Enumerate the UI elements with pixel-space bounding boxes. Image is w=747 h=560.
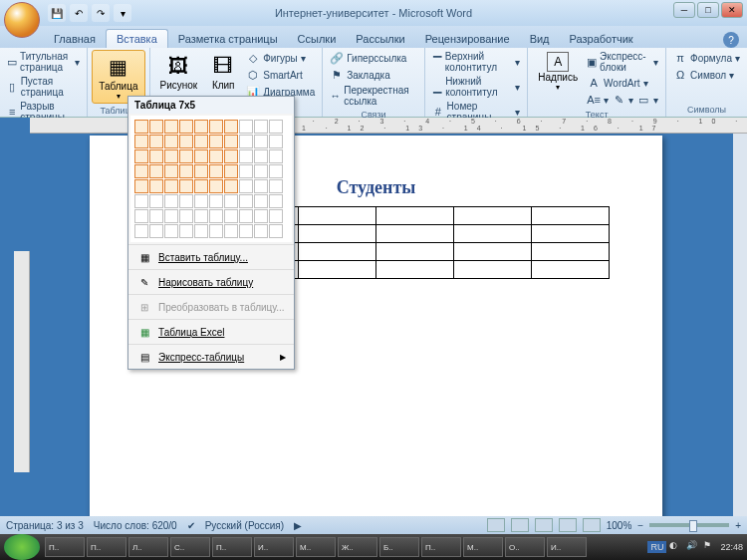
grid-cell[interactable] — [164, 135, 178, 148]
grid-cell[interactable] — [254, 164, 268, 178]
taskbar-item[interactable]: М.. — [463, 537, 503, 557]
grid-cell[interactable] — [209, 120, 223, 134]
zoom-in-button[interactable]: + — [735, 520, 741, 531]
vertical-ruler[interactable] — [14, 251, 30, 472]
grid-cell[interactable] — [224, 135, 238, 148]
grid-cell[interactable] — [164, 120, 178, 134]
grid-cell[interactable] — [179, 164, 193, 178]
quickparts-button[interactable]: ▣Экспресс-блоки▾ — [584, 50, 661, 74]
tray-icon[interactable]: ⚑ — [703, 540, 717, 554]
grid-cell[interactable] — [224, 179, 238, 193]
minimize-button[interactable]: ─ — [673, 2, 695, 18]
grid-cell[interactable] — [149, 164, 163, 178]
taskbar-item[interactable]: П.. — [87, 537, 126, 557]
grid-cell[interactable] — [224, 120, 238, 134]
grid-cell[interactable] — [179, 194, 193, 208]
grid-cell[interactable] — [269, 194, 283, 208]
grid-cell[interactable] — [149, 179, 163, 193]
grid-cell[interactable] — [209, 164, 223, 178]
grid-cell[interactable] — [269, 164, 283, 178]
grid-cell[interactable] — [164, 224, 178, 238]
grid-cell[interactable] — [194, 224, 208, 238]
bookmark-button[interactable]: ⚑Закладка — [327, 67, 420, 83]
status-page[interactable]: Страница: 3 из 3 — [6, 520, 84, 531]
grid-cell[interactable] — [164, 164, 178, 178]
grid-cell[interactable] — [224, 209, 238, 223]
maximize-button[interactable]: □ — [697, 2, 719, 18]
grid-cell[interactable] — [149, 194, 163, 208]
grid-cell[interactable] — [239, 120, 253, 134]
view-draft[interactable] — [583, 518, 601, 532]
grid-cell[interactable] — [134, 194, 148, 208]
grid-cell[interactable] — [179, 149, 193, 163]
grid-cell[interactable] — [224, 164, 238, 178]
equation-button[interactable]: πФормула▾ — [670, 50, 743, 66]
grid-cell[interactable] — [179, 120, 193, 134]
grid-cell[interactable] — [269, 179, 283, 193]
blank-page-button[interactable]: ▯Пустая страница — [4, 75, 83, 99]
tab-home[interactable]: Главная — [44, 30, 106, 48]
tab-view[interactable]: Вид — [520, 30, 560, 48]
grid-cell[interactable] — [254, 135, 268, 148]
grid-cell[interactable] — [194, 179, 208, 193]
symbol-button[interactable]: ΩСимвол▾ — [670, 67, 743, 83]
hyperlink-button[interactable]: 🔗Гиперссылка — [327, 50, 420, 66]
view-full-screen[interactable] — [511, 518, 529, 532]
title-page-button[interactable]: ▭Титульная страница▾ — [4, 50, 83, 74]
tray-icon[interactable]: ◐ — [669, 540, 683, 554]
help-icon[interactable]: ? — [723, 32, 739, 48]
grid-cell[interactable] — [254, 120, 268, 134]
grid-cell[interactable] — [269, 209, 283, 223]
taskbar-item[interactable]: П.. — [45, 537, 85, 557]
zoom-slider[interactable] — [649, 523, 729, 527]
grid-cell[interactable] — [209, 179, 223, 193]
grid-cell[interactable] — [194, 194, 208, 208]
table-size-grid[interactable] — [130, 116, 292, 242]
taskbar-item[interactable]: С.. — [170, 537, 210, 557]
start-button[interactable] — [4, 534, 40, 560]
proofing-icon[interactable]: ✔ — [187, 520, 195, 531]
view-web[interactable] — [535, 518, 553, 532]
grid-cell[interactable] — [194, 135, 208, 148]
smartart-button[interactable]: ⬡SmartArt — [243, 67, 318, 83]
grid-cell[interactable] — [239, 164, 253, 178]
grid-cell[interactable] — [239, 149, 253, 163]
taskbar-item[interactable]: П.. — [421, 537, 461, 557]
picture-button[interactable]: 🖼Рисунок — [154, 50, 204, 100]
grid-cell[interactable] — [179, 135, 193, 148]
grid-cell[interactable] — [194, 209, 208, 223]
tab-references[interactable]: Ссылки — [288, 30, 347, 48]
grid-cell[interactable] — [269, 149, 283, 163]
grid-cell[interactable] — [134, 120, 148, 134]
grid-cell[interactable] — [269, 135, 283, 148]
zoom-out-button[interactable]: − — [637, 520, 643, 531]
tab-page-layout[interactable]: Разметка страницы — [168, 30, 288, 48]
grid-cell[interactable] — [179, 209, 193, 223]
grid-cell[interactable] — [164, 179, 178, 193]
grid-cell[interactable] — [194, 164, 208, 178]
quick-tables-item[interactable]: ▤Экспресс-таблицы▶ — [128, 344, 294, 369]
grid-cell[interactable] — [164, 194, 178, 208]
grid-cell[interactable] — [149, 209, 163, 223]
grid-cell[interactable] — [134, 209, 148, 223]
status-language[interactable]: Русский (Россия) — [205, 520, 284, 531]
grid-cell[interactable] — [224, 224, 238, 238]
grid-cell[interactable] — [254, 209, 268, 223]
taskbar-item[interactable]: Л.. — [128, 537, 168, 557]
grid-cell[interactable] — [209, 209, 223, 223]
grid-cell[interactable] — [134, 135, 148, 148]
view-print-layout[interactable] — [487, 518, 505, 532]
lang-indicator[interactable]: RU — [647, 541, 666, 553]
wordart-button[interactable]: AWordArt▾ — [584, 75, 661, 91]
office-button[interactable] — [4, 2, 40, 38]
grid-cell[interactable] — [239, 224, 253, 238]
grid-cell[interactable] — [149, 120, 163, 134]
undo-icon[interactable]: ↶ — [70, 4, 88, 22]
tab-developer[interactable]: Разработчик — [560, 30, 643, 48]
grid-cell[interactable] — [269, 224, 283, 238]
status-words[interactable]: Число слов: 620/0 — [94, 520, 177, 531]
header-button[interactable]: ▔Верхний колонтитул▾ — [429, 50, 523, 74]
clock[interactable]: 22:48 — [720, 542, 743, 552]
grid-cell[interactable] — [149, 224, 163, 238]
grid-cell[interactable] — [269, 120, 283, 134]
